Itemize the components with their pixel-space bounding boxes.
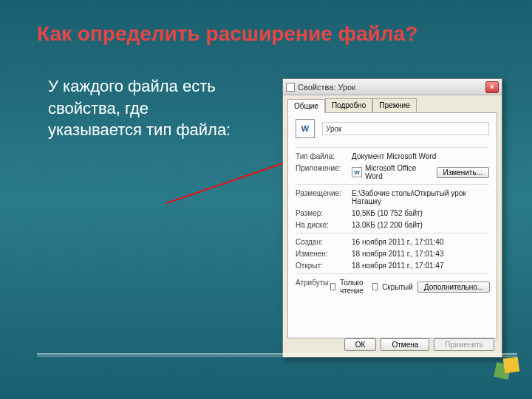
word-icon-small: W [352,167,362,177]
ondisk-label: На диске: [296,221,352,229]
readonly-label: Только чтение [340,279,369,295]
created-value: 16 ноября 2011 г., 17:01:40 [352,238,489,246]
apply-button[interactable]: Применить [434,338,494,351]
svg-rect-3 [503,357,520,374]
general-panel: W Тип файла: Документ Microsoft Word При… [287,112,497,338]
cancel-button[interactable]: Отмена [381,338,429,351]
advanced-button[interactable]: Дополнительно... [417,282,490,293]
opened-label: Открыт: [296,262,352,270]
attrs-label: Атрибуты: [296,279,330,287]
size-value: 10,5КБ (10 752 байт) [352,209,489,217]
opened-value: 18 ноября 2011 г., 17:01:47 [352,262,489,270]
ok-button[interactable]: ОК [344,338,377,351]
modified-value: 18 ноября 2011 г., 17:01:43 [352,250,489,258]
window-icon [286,83,295,92]
word-icon: W [296,119,315,138]
type-value: Документ Microsoft Word [352,152,489,160]
tab-strip: Общие Подробно Прежние [283,95,502,112]
tab-general[interactable]: Общие [287,99,325,113]
type-label: Тип файла: [296,152,352,160]
readonly-checkbox[interactable] [330,283,335,290]
location-label: Размещение: [296,189,352,197]
hidden-checkbox[interactable] [372,283,378,290]
close-button[interactable]: × [485,81,499,93]
tab-previous[interactable]: Прежние [372,98,417,112]
properties-dialog: Свойства: Урок × Общие Подробно Прежние … [282,78,502,358]
modified-label: Изменен: [296,250,352,258]
location-value: E:\Забочие столы\Открытый урок Наташку [352,189,489,205]
file-name-input[interactable] [322,122,489,135]
app-value: Microsoft Office Word [365,164,434,180]
slide-title: Как определить расширение файла? [0,0,532,53]
dialog-buttons: ОК Отмена Применить [344,338,494,351]
change-button[interactable]: Изменить... [437,167,489,178]
titlebar[interactable]: Свойства: Урок × [283,79,502,95]
hidden-label: Скрытый [382,283,413,291]
window-title: Свойства: Урок [298,83,485,92]
size-label: Размер: [296,209,352,217]
slide-underline [37,353,517,355]
created-label: Создан: [296,238,352,246]
ondisk-value: 13,0КБ (12 200 байт) [352,221,489,229]
tab-details[interactable]: Подробно [325,98,372,112]
corner-decoration [491,350,525,384]
slide-body-text: У каждого файла есть свойства, где указы… [0,53,236,141]
app-label: Приложение: [296,164,352,172]
